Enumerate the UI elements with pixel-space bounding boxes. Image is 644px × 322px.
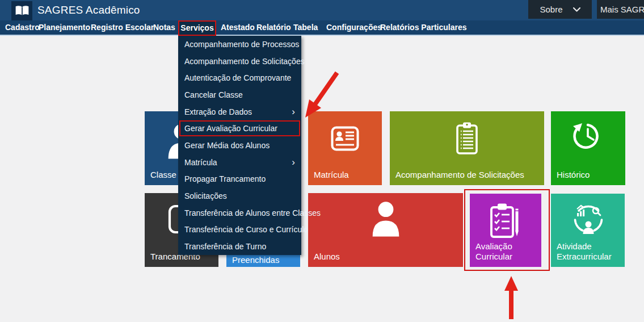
chevron-down-icon — [573, 7, 580, 12]
menu-atestado[interactable]: Atestado — [221, 20, 255, 35]
menu-item-matricula[interactable]: Matrícula› — [178, 154, 301, 171]
submenu-arrow-icon: › — [292, 157, 295, 167]
menu-item-acompanhamento-solicitacoes[interactable]: Acompanhamento de Solicitações — [178, 53, 301, 70]
clipboard-icon — [456, 122, 478, 154]
menu-planejamento[interactable]: Planejamento — [39, 20, 90, 35]
menu-relatorio[interactable]: Relatório — [256, 20, 291, 35]
menu-relatorios-particulares[interactable]: Relatórios Particulares — [380, 20, 467, 35]
tile-label: Preenchidas — [232, 255, 296, 265]
tile-historico[interactable]: Histórico — [551, 111, 625, 185]
app-logo — [11, 1, 32, 20]
tile-label: Matrícula — [314, 170, 377, 180]
menu-item-extracao-de-dados[interactable]: Extração de Dados› — [178, 103, 301, 120]
tile-alunos[interactable]: Alunos — [308, 193, 463, 267]
menu-item-gerar-media-dos-alunos[interactable]: Gerar Média dos Alunos — [178, 137, 301, 154]
menu-item-acompanhamento-processos[interactable]: Acompanhamento de Processos — [178, 36, 301, 53]
tile-matricula[interactable]: Matrícula — [308, 111, 382, 185]
person-icon — [370, 199, 402, 239]
menu-item-transferencia-turno[interactable]: Transferência de Turno — [178, 238, 301, 255]
menu-item-transferencia-alunos-classes[interactable]: Transferência de Alunos entre Classes — [178, 204, 301, 221]
menu-cadastro[interactable]: Cadastro — [5, 20, 40, 35]
sobre-button[interactable]: Sobre — [528, 0, 592, 19]
app-header: SAGRES Acadêmico Sobre Mais SAGRES — [0, 0, 644, 20]
annotation-arrow-avaliacao-tile — [504, 276, 518, 319]
menu-item-propagar-trancamento[interactable]: Propagar Trancamento — [178, 171, 301, 188]
activity-circle-icon — [572, 201, 605, 235]
open-book-icon — [15, 5, 30, 16]
servicos-dropdown-menu: Acompanhamento de Processos Acompanhamen… — [178, 36, 301, 255]
menu-notas[interactable]: Notas — [153, 20, 175, 35]
menu-item-autenticacao-comprovante[interactable]: Autenticação de Comprovante — [178, 69, 301, 86]
sagres-app-window: SAGRES Acadêmico Sobre Mais SAGRES Cadas… — [0, 0, 644, 322]
menu-tabela[interactable]: Tabela — [293, 20, 318, 35]
tile-label: Histórico — [557, 170, 621, 180]
main-menubar: Cadastro Planejamento Registro Escolar N… — [0, 20, 644, 36]
menu-item-cancelar-classe[interactable]: Cancelar Classe — [178, 86, 301, 103]
clipboard-check-pen-icon — [490, 202, 521, 239]
menu-registro-escolar[interactable]: Registro Escolar — [91, 20, 154, 35]
menu-item-transferencia-curso-curriculo[interactable]: Transferência de Curso e Currículo — [178, 221, 301, 239]
history-clock-icon — [572, 121, 603, 150]
tile-label: Avaliação Curricular — [475, 241, 537, 262]
menu-servicos[interactable]: Serviços — [178, 20, 216, 36]
submenu-arrow-icon: › — [292, 107, 295, 116]
tile-avaliacao-curricular[interactable]: Avaliação Curricular — [470, 194, 541, 267]
tile-atividade-extracurricular[interactable]: Atividade Extracurricular — [551, 194, 625, 267]
menu-configuracoes[interactable]: Configurações — [326, 20, 382, 35]
menu-item-solicitacoes[interactable]: Solicitações — [178, 187, 301, 204]
tile-label: Atividade Extracurricular — [557, 241, 620, 262]
id-card-icon — [331, 126, 359, 151]
tile-acompanhamento-solicitacoes[interactable]: Acompanhamento de Solicitações — [390, 111, 544, 185]
menu-item-gerar-avaliacao-curricular[interactable]: Gerar Avaliação Curricular — [178, 120, 301, 137]
tile-label: Acompanhamento de Solicitações — [395, 170, 540, 180]
page-title: SAGRES Acadêmico — [37, 0, 140, 20]
mais-sagres-button[interactable]: Mais SAGRES — [597, 0, 644, 19]
tile-label: Alunos — [314, 252, 458, 262]
